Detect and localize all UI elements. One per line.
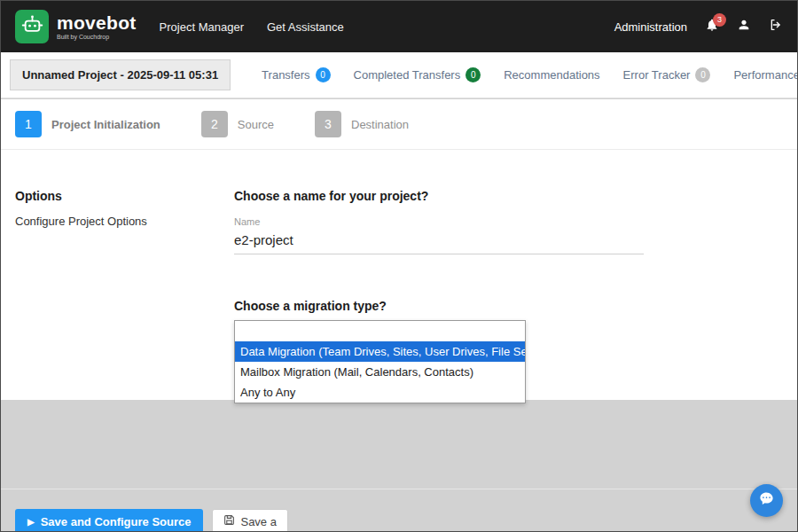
logout-icon: [769, 18, 783, 35]
brand-block[interactable]: movebot Built by Couchdrop: [57, 13, 137, 40]
tab-error-tracker[interactable]: Error Tracker 0: [612, 52, 723, 98]
primary-button-label: Save and Configure Source: [41, 515, 192, 528]
save-and-close-button[interactable]: Save a: [212, 509, 287, 532]
dropdown-option-any-to-any[interactable]: Any to Any: [235, 382, 525, 403]
account-button[interactable]: [737, 18, 751, 35]
tab-label: Completed Transfers: [354, 68, 461, 82]
play-icon: ▶: [27, 517, 35, 527]
options-title: Options: [15, 189, 147, 203]
brand-name: movebot: [57, 13, 137, 33]
name-question: Choose a name for your project?: [234, 189, 646, 203]
tab-recommendations[interactable]: Recommendations: [492, 52, 611, 98]
person-icon: [737, 18, 751, 35]
dropdown-option-mailbox-migration[interactable]: Mailbox Migration (Mail, Calendars, Cont…: [235, 362, 525, 382]
step-project-initialization[interactable]: 1 Project Initialization: [15, 111, 160, 137]
tab-badge: 0: [695, 67, 710, 82]
step-number: 2: [201, 111, 228, 137]
chat-bubble-icon: [758, 490, 775, 511]
options-column: Options Configure Project Options: [15, 189, 147, 228]
tab-performance[interactable]: Performance: [722, 52, 798, 98]
notifications-badge: 3: [713, 13, 726, 27]
tab-label: Error Tracker: [623, 68, 691, 82]
project-name-input[interactable]: [234, 229, 644, 254]
name-field-label: Name: [234, 216, 646, 227]
project-form: Choose a name for your project? Name Cho…: [234, 189, 646, 339]
options-subtitle: Configure Project Options: [15, 215, 147, 228]
step-source[interactable]: 2 Source: [201, 111, 274, 137]
project-tab-bar: Unnamed Project - 2025-09-11 05:31 Trans…: [1, 52, 797, 98]
top-navbar: movebot Built by Couchdrop Project Manag…: [1, 1, 797, 52]
nav-link-get-assistance[interactable]: Get Assistance: [267, 20, 344, 34]
step-number: 3: [315, 111, 341, 137]
save-icon: [223, 514, 235, 528]
chat-launcher-button[interactable]: [750, 484, 783, 517]
tab-badge: 0: [316, 67, 331, 82]
tab-badge: 0: [466, 67, 481, 82]
tab-transfers[interactable]: Transfers 0: [250, 52, 341, 98]
nav-link-administration[interactable]: Administration: [614, 20, 687, 34]
notifications-button[interactable]: 3: [705, 18, 719, 35]
migration-type-dropdown-list: Data Migration (Team Drives, Sites, User…: [234, 320, 526, 403]
nav-right-group: Administration 3: [614, 18, 783, 35]
tab-label: Recommendations: [504, 68, 599, 82]
step-number: 1: [15, 111, 42, 137]
robot-icon: [20, 13, 44, 41]
tab-completed-transfers[interactable]: Completed Transfers 0: [342, 52, 493, 98]
logout-button[interactable]: [769, 18, 783, 35]
tabs: Transfers 0 Completed Transfers 0 Recomm…: [250, 52, 798, 98]
footer-divider: [1, 489, 797, 489]
secondary-button-label: Save a: [240, 515, 276, 528]
wizard-stepper: 1 Project Initialization 2 Source 3 Dest…: [1, 99, 797, 150]
dropdown-option-data-migration[interactable]: Data Migration (Team Drives, Sites, User…: [235, 341, 525, 362]
action-buttons: ▶ Save and Configure Source Save a: [15, 509, 288, 532]
movebot-logo[interactable]: [15, 10, 49, 43]
tab-label: Performance: [733, 68, 798, 82]
app-window: movebot Built by Couchdrop Project Manag…: [0, 0, 798, 532]
step-label: Project Initialization: [51, 118, 160, 131]
nav-link-project-manager[interactable]: Project Manager: [160, 20, 244, 34]
step-label: Source: [238, 118, 274, 131]
tab-label: Transfers: [262, 68, 309, 82]
dropdown-option-blank[interactable]: [235, 321, 525, 341]
brand-subtitle: Built by Couchdrop: [57, 34, 137, 40]
project-title-chip[interactable]: Unnamed Project - 2025-09-11 05:31: [10, 59, 231, 90]
save-and-configure-source-button[interactable]: ▶ Save and Configure Source: [15, 509, 203, 532]
migration-type-question: Choose a migration type?: [234, 299, 646, 313]
step-label: Destination: [351, 118, 409, 131]
step-destination[interactable]: 3 Destination: [315, 111, 409, 137]
